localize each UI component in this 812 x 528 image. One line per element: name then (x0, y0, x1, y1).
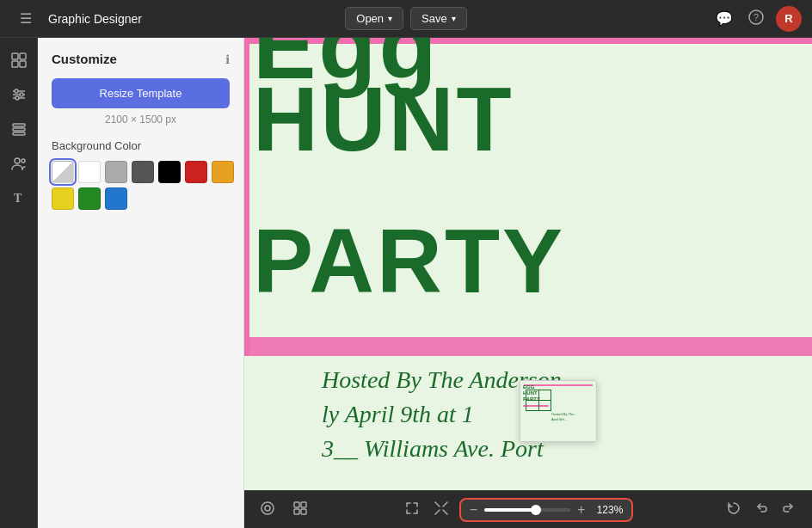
adjust-icon[interactable] (3, 79, 34, 110)
svg-point-9 (15, 89, 18, 93)
date-text: ly April 9th at 1 (322, 401, 474, 428)
svg-rect-5 (20, 61, 26, 67)
color-swatch-black[interactable] (158, 161, 181, 183)
help-icon[interactable]: ? (745, 6, 767, 32)
color-swatches (52, 161, 230, 210)
color-swatch-transparent[interactable] (52, 161, 74, 183)
resize-template-button[interactable]: Resize Template (52, 78, 230, 108)
layers-bottom-icon[interactable] (256, 497, 279, 523)
svg-rect-20 (294, 502, 299, 507)
minimap: EGG HUNT PARTY Hosted By (520, 380, 597, 442)
customize-title: Customize (52, 52, 117, 66)
svg-point-10 (20, 93, 23, 96)
svg-rect-23 (301, 509, 306, 514)
people-icon[interactable] (3, 148, 34, 179)
color-swatch-yellow[interactable] (52, 187, 74, 210)
svg-rect-2 (12, 53, 18, 59)
history-icon[interactable] (723, 497, 745, 523)
expand-icon[interactable] (430, 497, 452, 523)
save-button[interactable]: Save ▾ (410, 7, 467, 30)
svg-rect-13 (13, 128, 25, 131)
color-swatch-red[interactable] (185, 161, 207, 183)
text-icon[interactable]: T (3, 182, 34, 213)
info-icon[interactable]: ℹ (225, 52, 230, 66)
pink-border-vertical (244, 38, 249, 356)
elements-icon[interactable] (3, 45, 34, 76)
svg-rect-4 (12, 61, 18, 67)
undo-button[interactable] (750, 497, 772, 523)
fit-screen-icon[interactable] (401, 497, 423, 523)
svg-rect-22 (294, 509, 299, 514)
menu-icon[interactable]: ☰ (10, 3, 41, 34)
svg-rect-14 (13, 132, 25, 135)
zoom-percent: 123% (592, 504, 623, 516)
canvas-area: Egg HUNT PARTY Hosted By The Anderson ly… (244, 38, 812, 528)
redo-button[interactable] (778, 497, 800, 523)
svg-rect-21 (301, 502, 306, 507)
color-swatch-white[interactable] (78, 161, 101, 183)
layers-icon[interactable] (3, 114, 34, 144)
bottom-left (256, 497, 311, 523)
zoom-slider[interactable] (484, 508, 570, 512)
pink-underline (244, 337, 812, 356)
svg-point-16 (22, 159, 25, 163)
topbar-right: 💬 ? R (474, 6, 802, 32)
app-title: Graphic Designer (48, 12, 142, 26)
topbar: ☰ Graphic Designer Open ▾ Save ▾ 💬 ? R (0, 0, 812, 38)
color-swatch-blue[interactable] (105, 187, 127, 210)
bottom-right (723, 497, 800, 523)
bottom-center: − + 123% (311, 497, 723, 523)
minimap-hosted-label: Hosted By The... (551, 412, 577, 416)
minimap-inner: EGG HUNT PARTY Hosted By (520, 381, 596, 441)
color-swatch-green[interactable] (78, 187, 101, 210)
main-area: T Customize ℹ Resize Template 2100 × 150… (0, 38, 812, 528)
dimensions-text: 2100 × 1500 px (52, 114, 230, 126)
open-button[interactable]: Open ▾ (345, 7, 403, 30)
hunt-text: HUNT (253, 68, 514, 171)
svg-text:?: ? (754, 12, 759, 22)
grid-bottom-icon[interactable] (289, 497, 311, 523)
svg-point-18 (261, 502, 274, 514)
minimap-date-label: April 9th... (551, 417, 567, 421)
zoom-control: − + 123% (459, 498, 634, 522)
sidebar-icons: T (0, 38, 38, 528)
zoom-out-button[interactable]: − (470, 503, 477, 517)
chat-icon[interactable]: 💬 (712, 7, 736, 30)
addr-text: 3__ Williams Ave. Port (322, 435, 544, 463)
avatar[interactable]: R (776, 6, 802, 32)
color-swatch-lightgray[interactable] (105, 161, 127, 183)
zoom-in-button[interactable]: + (577, 503, 585, 517)
svg-rect-12 (13, 124, 25, 126)
svg-text:T: T (14, 192, 22, 205)
svg-point-11 (15, 96, 19, 100)
topbar-center: Open ▾ Save ▾ (345, 7, 466, 30)
customize-panel: Customize ℹ Resize Template 2100 × 1500 … (38, 38, 244, 528)
canvas-content[interactable]: Egg HUNT PARTY Hosted By The Anderson ly… (244, 38, 812, 490)
svg-point-15 (15, 158, 20, 163)
svg-rect-3 (20, 53, 26, 59)
party-text: PARTY (253, 210, 565, 313)
minimap-grid (526, 390, 551, 411)
zoom-slider-fill (484, 508, 536, 512)
bg-color-label: Background Color (52, 139, 230, 152)
bottom-bar: − + 123% (244, 490, 812, 528)
svg-point-19 (265, 506, 270, 511)
topbar-left: ☰ Graphic Designer (10, 3, 338, 34)
color-swatch-orange[interactable] (212, 161, 234, 183)
color-swatch-darkgray[interactable] (132, 161, 154, 183)
zoom-slider-thumb[interactable] (531, 505, 541, 515)
customize-header: Customize ℹ (52, 52, 230, 66)
